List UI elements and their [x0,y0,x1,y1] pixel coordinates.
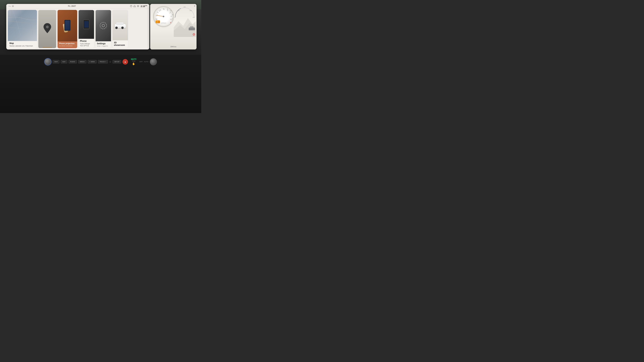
setup-button[interactable]: SETUP [112,60,121,63]
phone-image [78,10,94,39]
svg-text:60: 60 [178,10,180,11]
app-card-map[interactable]: Map Nearby Lakeside Link, Pakenham [8,10,37,48]
showroom-info: 3D showroom [112,40,128,48]
header-icons [130,5,139,7]
climate-front: Front [132,60,135,62]
climate-controls: 18.5°C Front ✋ [131,58,137,65]
driver-info: Driver 1 logged in [97,45,110,47]
svg-text:200: 200 [192,17,195,18]
svg-line-9 [11,10,16,35]
destination-image [38,10,56,43]
climate-fan-icon[interactable]: ✋ [132,62,135,65]
phone-projection-image [58,10,77,42]
phone-subtitle: Turbo Dillinger YES OPTUS [80,43,93,47]
speed-display-area: 0 200 100 60 140 [174,5,196,37]
app-card-phone[interactable]: Phone Turbo Dillinger YES OPTUS [78,10,94,48]
co2-icon: CO₂ [8,5,11,7]
warning-icon [193,33,195,36]
scroll-indicator [42,47,52,47]
svg-text:4: 4 [167,8,168,10]
track-button[interactable]: TRACK > [98,60,108,63]
speed-arc-svg: 0 200 100 60 140 [174,5,196,18]
app-card-phone-projection[interactable]: Phone projection No device connected. [58,10,77,48]
hazard-button[interactable]: ▲ [122,59,128,65]
svg-text:7: 7 [172,18,172,20]
svg-text:0: 0 [174,17,175,18]
screen-header: CO₂ Fri, 26/07 [6,4,149,9]
distance-display: 3949 km [170,46,176,48]
instrument-cluster: P [150,4,196,49]
header-right: 2:15PM [130,5,147,7]
svg-line-18 [157,12,158,13]
map-info: Map Nearby Lakeside Link, Pakenham [8,41,37,48]
svg-point-41 [194,35,194,35]
svg-marker-3 [131,5,132,6]
apps-container: Map Nearby Lakeside Link, Pakenham Desti… [6,9,149,49]
app-card-settings[interactable]: Settings Driver 1 logged in [96,10,111,48]
svg-text:0: 0 [156,18,156,20]
nav-button[interactable]: NAV [61,60,67,63]
svg-text:5: 5 [170,10,171,12]
map-svg [8,10,37,35]
showroom-image [112,10,128,40]
climate-temp: 18.5°C [131,58,137,60]
svg-point-15 [100,22,106,29]
bottom-console: MAP NAV RADIO MEDIA < SEEK TRACK > ☆ SET… [0,55,201,113]
phone-title: Phone [80,40,93,42]
gear-svg [99,22,107,29]
header-left: CO₂ [8,5,14,7]
media-button[interactable]: MEDIA [78,60,86,63]
time-display: 2:15PM [140,5,147,7]
phone-projection-subtitle: No device connected. [59,45,76,47]
infotainment-screen: CO₂ Fri, 26/07 [6,4,149,49]
svg-text:2: 2 [159,10,160,12]
pin-icon-svg [42,23,52,34]
settings-image [96,10,111,41]
svg-point-14 [102,24,105,27]
svg-line-12 [8,27,37,30]
menu-icon[interactable] [137,5,139,7]
svg-line-21 [167,10,168,11]
climate-off-label: OFF [140,61,143,62]
car-diagram [189,27,195,31]
tachometer: 0 1 2 3 4 5 6 7 8 x1000rpm 0 [153,6,174,27]
svg-point-1 [12,6,13,6]
phone-projection-title: Phone projection [59,42,76,45]
svg-text:6: 6 [172,14,173,15]
radio-button[interactable]: RADIO [68,60,77,63]
svg-line-19 [160,9,161,11]
tacho-center [163,16,164,17]
svg-line-11 [28,10,33,35]
svg-point-13 [46,25,49,28]
climate-auto-label: AUTO [144,61,148,62]
map-title: Map [10,42,36,44]
app-card-3d-showroom[interactable]: 3D showroom [112,10,128,48]
phone-projection-info: Phone projection No device connected. [58,41,77,48]
svg-text:140: 140 [190,10,192,11]
settings-title: Settings [97,42,110,45]
compass-icon[interactable] [130,5,132,7]
svg-text:3: 3 [163,8,164,10]
settings-info: Settings Driver 1 logged in [96,41,111,48]
map-subtitle: Nearby Lakeside Link, Pakenham [10,45,36,47]
right-rotary-knob[interactable] [150,58,157,65]
svg-line-24 [170,19,172,20]
console-buttons-row: MAP NAV RADIO MEDIA < SEEK TRACK > ☆ SET… [0,55,201,65]
phone-info: Phone Turbo Dillinger YES OPTUS [78,39,94,48]
svg-line-8 [8,21,37,24]
favorite-button[interactable]: ☆ [109,60,111,63]
home-icon[interactable] [133,5,136,7]
svg-line-22 [170,12,171,13]
audio-icon [12,5,14,7]
tacho-circle: 0 1 2 3 4 5 6 7 8 x1000rpm 0 [153,6,174,27]
header-date: Fri, 26/07 [68,5,76,7]
map-button[interactable]: MAP [53,60,60,63]
seek-button[interactable]: < SEEK [88,60,97,63]
showroom-title: 3D showroom [114,41,127,46]
cluster-bg: P [150,4,196,49]
left-rotary-knob[interactable] [44,58,52,65]
map-image [8,10,37,41]
svg-line-17 [156,16,157,16]
app-card-destination[interactable]: Destination [38,10,56,48]
svg-text:100: 100 [184,6,186,8]
